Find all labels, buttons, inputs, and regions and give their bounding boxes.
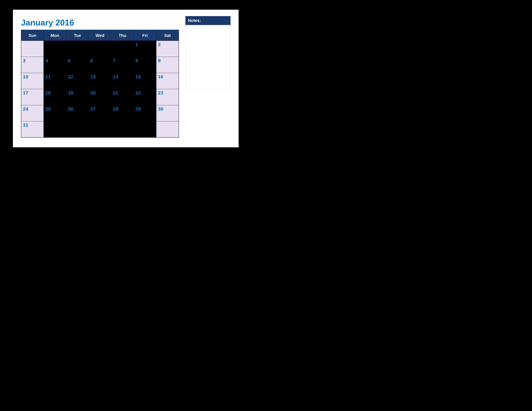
date-number: 12 (68, 74, 73, 79)
calendar-grid: SunMonTueWedThuFriSat 123456789101112131… (21, 30, 179, 138)
date-number: 11 (45, 74, 51, 79)
cal-cell: 10 (21, 73, 44, 89)
date-number: 2 (158, 42, 161, 47)
date-number: 25 (45, 106, 51, 112)
notes-section: Notes: (185, 16, 230, 89)
cal-cell: 15 (134, 73, 156, 89)
date-number: 5 (68, 58, 71, 63)
date-number: 8 (135, 58, 138, 63)
cal-cell: 23 (156, 89, 179, 105)
cal-cell: 12 (66, 73, 89, 89)
cal-cell: 5 (66, 57, 89, 73)
cal-cell (44, 41, 66, 57)
date-number: 13 (90, 74, 96, 79)
cal-cell: 25 (44, 105, 66, 121)
date-number: 24 (23, 106, 28, 112)
day-header-fri: Fri (134, 30, 156, 41)
week-row-3: 10111213141516 (21, 73, 179, 89)
cal-cell (44, 121, 66, 138)
date-number: 1 (135, 42, 138, 47)
date-number: 19 (68, 90, 73, 95)
week-row-5: 24252627282930 (21, 105, 179, 121)
cal-cell: 16 (156, 73, 179, 89)
cal-cell: 14 (111, 73, 134, 89)
date-number: 20 (90, 90, 96, 95)
cal-cell: 29 (134, 105, 156, 121)
date-number: 29 (135, 106, 141, 112)
week-row-2: 3456789 (21, 57, 179, 73)
date-number: 23 (158, 90, 163, 95)
cal-cell: 21 (111, 89, 134, 105)
day-header-mon: Mon (44, 30, 66, 41)
cal-cell: 9 (156, 57, 179, 73)
day-header-wed: Wed (89, 30, 111, 41)
cal-cell: 26 (66, 105, 89, 121)
cal-cell: 2 (156, 41, 179, 57)
calendar-body: 1234567891011121314151617181920212223242… (21, 41, 179, 138)
date-number: 4 (45, 58, 48, 63)
cal-cell: 24 (21, 105, 44, 121)
cal-cell: 11 (44, 73, 66, 89)
cal-cell: 19 (66, 89, 89, 105)
cal-cell: 17 (21, 89, 44, 105)
date-number: 10 (23, 74, 28, 79)
cal-cell (89, 41, 111, 57)
week-row-4: 17181920212223 (21, 89, 179, 105)
week-row-1: 12 (21, 41, 179, 57)
cal-cell (66, 41, 89, 57)
date-number: 15 (135, 74, 141, 79)
date-number: 14 (113, 74, 118, 79)
notes-body[interactable] (185, 25, 230, 89)
week-row-6: 31 (21, 121, 179, 138)
cal-cell (89, 121, 111, 138)
cal-cell (134, 121, 156, 138)
cal-cell: 7 (111, 57, 134, 73)
date-number: 31 (23, 122, 28, 128)
date-number: 17 (23, 90, 28, 95)
cal-cell: 22 (134, 89, 156, 105)
cal-cell (21, 41, 44, 57)
cal-cell: 13 (89, 73, 111, 89)
cal-cell: 20 (89, 89, 111, 105)
day-header-thu: Thu (111, 30, 134, 41)
notes-header: Notes: (185, 16, 230, 25)
date-number: 16 (158, 74, 163, 79)
cal-cell (156, 121, 179, 138)
day-header-sat: Sat (156, 30, 179, 41)
calendar-title: January 2016 (21, 16, 179, 30)
date-number: 28 (113, 106, 118, 112)
cal-cell: 4 (44, 57, 66, 73)
cal-cell: 18 (44, 89, 66, 105)
day-headers-row: SunMonTueWedThuFriSat (21, 30, 179, 41)
cal-cell: 30 (156, 105, 179, 121)
day-header-tue: Tue (66, 30, 89, 41)
date-number: 22 (135, 90, 141, 95)
day-header-sun: Sun (21, 30, 44, 41)
cal-cell: 28 (111, 105, 134, 121)
cal-cell: 3 (21, 57, 44, 73)
date-number: 18 (45, 90, 51, 95)
cal-cell: 27 (89, 105, 111, 121)
date-number: 3 (23, 58, 26, 63)
cal-cell (111, 121, 134, 138)
cal-cell: 1 (134, 41, 156, 57)
date-number: 30 (158, 106, 163, 112)
cal-cell (66, 121, 89, 138)
date-number: 26 (68, 106, 73, 112)
date-number: 7 (113, 58, 116, 63)
calendar-section: January 2016 SunMonTueWedThuFriSat 12345… (21, 16, 179, 138)
cal-cell: 8 (134, 57, 156, 73)
date-number: 27 (90, 106, 96, 112)
cal-cell (111, 41, 134, 57)
page: January 2016 SunMonTueWedThuFriSat 12345… (13, 10, 238, 147)
cal-cell: 31 (21, 121, 44, 138)
cal-cell: 6 (89, 57, 111, 73)
date-number: 9 (158, 58, 161, 63)
date-number: 21 (113, 90, 118, 95)
date-number: 6 (90, 58, 93, 63)
